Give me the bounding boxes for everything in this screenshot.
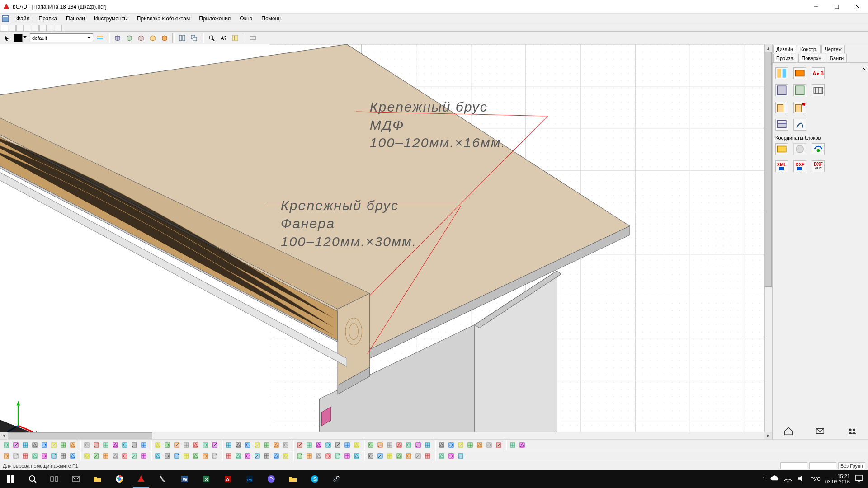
scroll-right-icon[interactable]: ▶: [764, 432, 772, 439]
minimize-button[interactable]: [806, 0, 826, 14]
panel-btn-7[interactable]: [793, 102, 806, 113]
tool-button[interactable]: [395, 451, 404, 460]
tab-design[interactable]: Дизайн: [773, 45, 796, 53]
tool-button[interactable]: [191, 441, 200, 450]
tool-button[interactable]: [224, 441, 233, 450]
panel-close-icon[interactable]: [862, 65, 866, 69]
taskbar-app-icon[interactable]: [152, 470, 174, 488]
tray-notifications-icon[interactable]: [854, 474, 863, 484]
tool-button[interactable]: [305, 441, 314, 450]
tool-button[interactable]: [253, 441, 262, 450]
layer-props-icon[interactable]: [95, 33, 105, 43]
tool-button[interactable]: [262, 451, 271, 460]
tool-button[interactable]: [59, 441, 68, 450]
taskbar-viber-icon[interactable]: [260, 470, 282, 488]
tool-button[interactable]: [139, 451, 148, 460]
menu-edit[interactable]: Правка: [34, 14, 62, 23]
tool-button[interactable]: [182, 441, 191, 450]
tool-button[interactable]: [404, 441, 413, 450]
view-cube-5-icon[interactable]: [160, 33, 170, 43]
tile-icon[interactable]: [177, 33, 187, 43]
tool-button[interactable]: [30, 451, 39, 460]
tool-button[interactable]: [163, 451, 172, 460]
tray-volume-icon[interactable]: [797, 474, 806, 484]
tool-button[interactable]: [163, 441, 172, 450]
tool-button[interactable]: [314, 451, 323, 460]
tool-button[interactable]: [30, 441, 39, 450]
taskbar-photoshop-icon[interactable]: Ps: [239, 470, 260, 488]
export-xml-button[interactable]: XML: [775, 160, 788, 172]
cascade-icon[interactable]: [189, 33, 199, 43]
taskbar-mail-icon[interactable]: [65, 470, 87, 488]
taskbar-skype-icon[interactable]: S: [304, 470, 326, 488]
taskbar-steam-icon[interactable]: [326, 470, 347, 488]
tool-button[interactable]: [262, 441, 271, 450]
tool-button[interactable]: [130, 451, 139, 460]
panel-btn-6[interactable]: [775, 102, 788, 113]
menu-window[interactable]: Окно: [235, 14, 257, 23]
coord-btn-3[interactable]: [812, 143, 825, 155]
tool-button[interactable]: [182, 451, 191, 460]
tool-button[interactable]: [376, 451, 385, 460]
tool-button[interactable]: [376, 441, 385, 450]
tool-button[interactable]: [49, 451, 58, 460]
tool-button[interactable]: [111, 451, 120, 460]
tool-button[interactable]: [120, 441, 129, 450]
tool-button[interactable]: [456, 441, 465, 450]
panel-btn-ab[interactable]: A►B: [812, 67, 825, 79]
tool-button[interactable]: [314, 441, 323, 450]
tool-button[interactable]: [68, 441, 77, 450]
layer-combo[interactable]: default: [30, 33, 93, 42]
tray-chevron-icon[interactable]: ˄: [763, 476, 765, 482]
mdi-control-icon[interactable]: [2, 15, 9, 22]
tool-button[interactable]: [437, 441, 446, 450]
tool-button[interactable]: [21, 451, 30, 460]
doc-tab[interactable]: [55, 25, 62, 31]
tool-button[interactable]: [111, 441, 120, 450]
tool-button[interactable]: [253, 451, 262, 460]
tray-cloud-icon[interactable]: [770, 474, 779, 484]
menu-file[interactable]: Файл: [12, 14, 34, 23]
tool-button[interactable]: [518, 441, 527, 450]
coord-btn-1[interactable]: [775, 143, 788, 155]
tab-production[interactable]: Произв.: [773, 54, 797, 62]
tool-button[interactable]: [456, 451, 465, 460]
tab-surfaces[interactable]: Поверхн.: [798, 54, 826, 62]
tool-button[interactable]: [68, 451, 77, 460]
taskbar-word-icon[interactable]: W: [174, 470, 195, 488]
tool-button[interactable]: [423, 451, 432, 460]
panel-btn-1[interactable]: [775, 67, 788, 79]
find-text-icon[interactable]: A?: [218, 33, 228, 43]
taskbar-bcad-icon[interactable]: [130, 470, 152, 488]
menu-tools[interactable]: Инструменты: [90, 14, 132, 23]
view-cube-2-icon[interactable]: [124, 33, 134, 43]
tool-button[interactable]: [352, 451, 361, 460]
view-cube-3-icon[interactable]: [136, 33, 146, 43]
taskbar-excel-icon[interactable]: X: [195, 470, 217, 488]
tool-button[interactable]: [243, 441, 252, 450]
tool-button[interactable]: [11, 451, 20, 460]
tool-button[interactable]: [343, 441, 352, 450]
tool-button[interactable]: [272, 451, 281, 460]
tool-button[interactable]: [305, 451, 314, 460]
panel-btn-9[interactable]: [793, 119, 806, 131]
doc-tab[interactable]: [39, 25, 47, 31]
pick-arrow-icon[interactable]: [2, 33, 12, 43]
tray-language[interactable]: РУС: [811, 476, 821, 482]
tool-button[interactable]: [485, 441, 494, 450]
export-dxf-button[interactable]: DXF: [793, 160, 806, 172]
tool-button[interactable]: [333, 451, 342, 460]
tool-button[interactable]: [2, 441, 11, 450]
panel-btn-4[interactable]: [793, 84, 806, 96]
scroll-thumb[interactable]: [8, 432, 152, 439]
tool-button[interactable]: [11, 441, 20, 450]
footer-home-icon[interactable]: [783, 427, 793, 436]
tool-button[interactable]: [281, 451, 290, 460]
coord-btn-2[interactable]: [793, 143, 806, 155]
tool-button[interactable]: [224, 451, 233, 460]
tool-button[interactable]: [153, 451, 162, 460]
scroll-left-icon[interactable]: ◀: [0, 432, 8, 439]
export-dxf-cnc-button[interactable]: DXFЧПУ: [812, 160, 825, 172]
tab-drawing[interactable]: Чертеж: [821, 45, 845, 53]
vertical-scrollbar[interactable]: ▲: [764, 44, 772, 432]
